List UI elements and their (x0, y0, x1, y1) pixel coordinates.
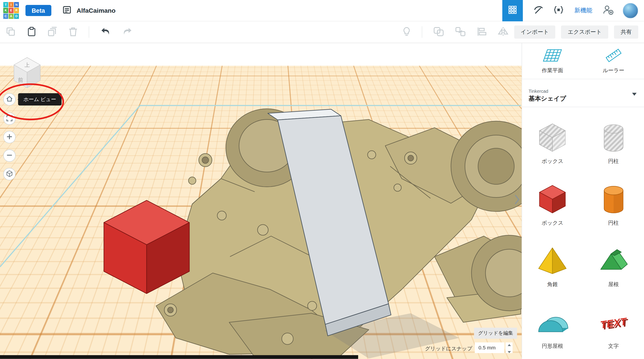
mirror-button[interactable] (498, 26, 508, 38)
toolbar-divider (89, 26, 89, 38)
group-button[interactable] (433, 26, 444, 38)
view-cube[interactable]: 上 前 (12, 54, 45, 91)
zoom-in-button[interactable] (3, 131, 16, 143)
logo-letter: E (9, 8, 14, 13)
shape-label: 角錐 (547, 281, 558, 288)
perspective-toggle-button[interactable] (3, 168, 16, 180)
paste-icon (26, 26, 36, 38)
bottom-scrollbar[interactable] (0, 355, 358, 359)
shape-label: 文字 (608, 342, 619, 350)
shape-grid: ボックス 円柱 (522, 107, 644, 359)
export-button[interactable]: エクスポート (561, 26, 608, 39)
shape-hole-cylinder[interactable]: 円柱 (583, 116, 644, 178)
shape-library-dropdown[interactable]: Tinkercad 基本シェイプ (522, 79, 644, 107)
undo-icon (100, 27, 111, 37)
shape-text[interactable]: TEXT TEXT 文字 (583, 301, 644, 359)
panel-collapse-handle[interactable] (514, 194, 520, 206)
ruler-icon (604, 48, 624, 64)
paste-button[interactable] (26, 26, 36, 38)
align-icon (477, 26, 486, 38)
tips-button[interactable] (402, 26, 410, 38)
logo-letter: A (9, 14, 14, 19)
edit-grid-button[interactable]: グリッドを編集 (474, 328, 518, 339)
panel-tools: 作業平面 ルーラー (522, 43, 644, 79)
share-button[interactable]: 共有 (614, 26, 638, 39)
tinkercad-logo[interactable]: T I N K E R C A D (3, 2, 19, 19)
ruler-tool[interactable]: ルーラー (583, 43, 644, 79)
copy-icon (6, 26, 16, 38)
align-button[interactable] (477, 26, 486, 38)
shape-pyramid[interactable]: 角錐 (522, 240, 583, 301)
workplane-tool[interactable]: 作業平面 (522, 43, 583, 79)
toolbar-divider (422, 26, 422, 38)
3d-viewport[interactable]: 上 前 (0, 43, 522, 359)
chevron-right-icon (514, 200, 520, 206)
delete-button[interactable] (69, 26, 78, 38)
shape-label: ボックス (542, 219, 564, 227)
snap-grid-spinner[interactable] (506, 342, 512, 353)
ungroup-icon (455, 26, 466, 38)
undo-button[interactable] (100, 27, 111, 37)
fit-view-icon (6, 115, 13, 122)
shape-label: ボックス (542, 158, 564, 165)
text-shape-icon: TEXT TEXT (596, 304, 630, 340)
view-cube-top-label: 上 (24, 62, 30, 68)
workplane-label: 作業平面 (542, 66, 563, 74)
user-avatar[interactable] (622, 3, 638, 18)
lightbulb-icon (402, 26, 410, 38)
duplicate-icon (48, 26, 58, 38)
shapes-panel: 作業平面 ルーラー Tinkercad 基本シェイプ (522, 43, 644, 359)
hole-cylinder-icon (596, 119, 630, 155)
logo-letter: K (3, 8, 8, 13)
library-brand: Tinkercad (528, 89, 638, 94)
red-box-shape[interactable] (104, 200, 190, 294)
minecraft-export-button[interactable] (532, 4, 543, 16)
trash-icon (69, 26, 78, 38)
logo-letter: R (14, 8, 19, 13)
orange-cylinder-icon (596, 181, 630, 217)
fit-view-button[interactable] (3, 112, 16, 125)
minus-icon (6, 152, 12, 159)
tinkercad-app: T I N K E R C A D Beta AlfaCaimano (0, 0, 644, 359)
logo-letter: N (14, 2, 19, 8)
design-title: AlfaCaimano (77, 7, 116, 14)
import-button[interactable]: インポート (514, 26, 556, 39)
shape-label: 円柱 (608, 219, 619, 227)
shape-solid-box[interactable]: ボックス (522, 178, 583, 240)
perspective-cube-icon (6, 170, 13, 178)
zoom-out-button[interactable] (3, 150, 16, 162)
dashboard-grid-button[interactable] (502, 0, 522, 21)
spinner-down-icon (507, 348, 511, 354)
header-right: 新機能 (502, 0, 644, 21)
shape-solid-cylinder[interactable]: 円柱 (583, 178, 644, 240)
round-roof-icon (535, 304, 570, 340)
shape-roof[interactable]: 屋根 (583, 240, 644, 301)
3d-scene[interactable] (0, 43, 522, 359)
beta-button[interactable]: Beta (26, 5, 51, 16)
snap-grid-select[interactable]: 0.5 mm (475, 342, 504, 353)
group-icon (433, 26, 444, 38)
home-view-button[interactable] (3, 93, 16, 106)
shape-hole-box[interactable]: ボックス (522, 116, 583, 178)
spinner-up-icon (507, 341, 511, 348)
grid-icon (508, 6, 516, 15)
workplane-icon (543, 48, 562, 64)
logo-letter: D (14, 14, 19, 19)
ruler-label: ルーラー (603, 66, 624, 74)
redo-button[interactable] (122, 27, 133, 37)
duplicate-button[interactable] (48, 26, 58, 38)
design-properties-icon[interactable] (62, 6, 71, 16)
snap-grid-label: グリッドにスナップ (420, 345, 472, 352)
shape-round-roof[interactable]: 円形屋根 (522, 301, 583, 359)
pickaxe-icon (532, 4, 543, 16)
shape-label: 円形屋根 (542, 342, 563, 350)
logo-letter: C (3, 14, 8, 19)
invite-user-button[interactable] (602, 4, 614, 16)
redo-icon (122, 27, 133, 37)
codeblocks-button[interactable] (553, 5, 564, 16)
copy-button[interactable] (6, 26, 16, 38)
hole-box-icon (535, 119, 570, 155)
toolbar: インポート エクスポート 共有 (0, 22, 644, 43)
ungroup-button[interactable] (455, 26, 466, 38)
new-features-link[interactable]: 新機能 (574, 6, 592, 14)
